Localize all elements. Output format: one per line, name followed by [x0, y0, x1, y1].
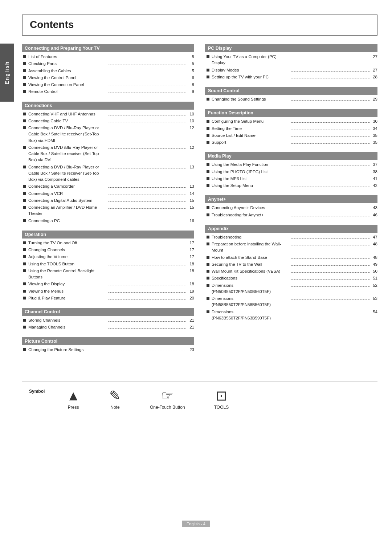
toc-dots: [291, 58, 370, 58]
toc-page-number: 52: [371, 282, 377, 289]
toc-item: Viewing the Control Panel6: [23, 75, 194, 81]
toc-item-text: Storing Channels: [28, 317, 107, 323]
toc-item: Checking Parts5: [23, 61, 194, 67]
toc-bullet-icon: [207, 256, 209, 259]
toc-item: Changing Channels17: [23, 247, 194, 253]
toc-item: Viewing the Menus19: [23, 288, 194, 294]
toc-page-number: 21: [188, 324, 194, 330]
section-items-function-description: Configuring the Setup Menu30Setting the …: [205, 118, 377, 146]
toc-item-text: Viewing the Menus: [28, 288, 107, 294]
section-header-picture-control: Picture Control: [22, 337, 194, 345]
toc-item-text: Connecting a VCR: [28, 191, 107, 197]
section-header-operation: Operation: [22, 231, 194, 239]
toc-item: Connecting Cable TV10: [23, 118, 194, 124]
toc-item: Connecting VHF and UHF Antennas10: [23, 111, 194, 117]
toc-dots: [108, 328, 187, 329]
toc-page-number: 46: [371, 212, 377, 218]
toc-item-text: Viewing the Connection Panel: [28, 82, 107, 88]
toc-page-number: 17: [188, 254, 194, 260]
toc-bullet-icon: [23, 83, 26, 86]
toc-item-text: Using the Media Play Function: [212, 162, 290, 168]
toc-page-number: 51: [371, 275, 377, 281]
toc-item-text: Setting up the TV with your PC: [212, 74, 290, 80]
toc-item: Viewing the Connection Panel8: [23, 82, 194, 88]
toc-bullet-icon: [23, 290, 26, 293]
toc-bullet-icon: [23, 119, 26, 122]
toc-dots: [291, 130, 370, 130]
toc-item: Assembling the Cables5: [23, 68, 194, 74]
toc-item-text: Troubleshooting: [212, 234, 290, 240]
toc-page-number: 8: [188, 82, 194, 88]
toc-item-text: Assembling the Cables: [28, 68, 107, 74]
toc-dots: [108, 115, 187, 115]
toc-item: Storing Channels21: [23, 317, 194, 323]
press-icon: ▲: [66, 389, 80, 403]
symbol-item-tools: ⊡TOOLS: [214, 389, 229, 410]
toc-item: Connecting an Amplifier / DVD Home Theat…: [23, 204, 194, 217]
toc-item: Troubleshooting for Anynet+46: [207, 212, 377, 218]
toc-item: Using Your TV as a Computer (PC) Display…: [207, 54, 377, 66]
toc-item-text: Connecting a DVD / Blu-Ray Player or Cab…: [28, 125, 107, 144]
toc-page-number: 13: [188, 183, 194, 189]
toc-item: List of Features5: [23, 54, 194, 60]
toc-item-text: Wall Mount Kit Specifications (VESA): [212, 268, 290, 274]
toc-dots: [291, 216, 370, 216]
toc-item-text: Connecting VHF and UHF Antennas: [28, 111, 107, 117]
toc-item-text: Connecting a DVD /Blu-Ray Player or Cabl…: [28, 144, 107, 163]
toc-section-operation: OperationTurning the TV On and Off17Chan…: [22, 231, 194, 301]
toc-dots: [108, 65, 187, 65]
toc-page-number: 29: [371, 96, 377, 102]
toc-bullet-icon: [207, 206, 209, 209]
toc-page-number: 10: [188, 111, 194, 117]
toc-item-text: How to attach the Stand-Base: [212, 254, 290, 261]
toc-page-number: 18: [188, 281, 194, 287]
toc-section-media-play: Media PlayUsing the Media Play Function3…: [205, 152, 377, 189]
section-items-anynet: Connecting Anynet+ Devices43Troubleshoot…: [205, 205, 377, 218]
toc-page-number: 17: [188, 240, 194, 246]
side-tab-label: English: [4, 61, 10, 85]
footer: English - 4: [0, 521, 392, 527]
toc-item-text: Using the Remote Control Backlight Butto…: [28, 268, 107, 281]
toc-item-text: Dimensions (PN58B550T2F/PN58B560T5F): [212, 296, 290, 308]
toc-bullet-icon: [23, 146, 26, 149]
toc-bullet-icon: [23, 219, 26, 222]
toc-dots: [108, 201, 187, 202]
toc-page-number: 48: [371, 241, 377, 247]
toc-dots: [291, 209, 370, 209]
toc-item: Changing the Picture Settings23: [23, 347, 194, 353]
toc-item: Troubleshooting47: [207, 234, 377, 240]
toc-page-number: 54: [371, 309, 377, 315]
toc-bullet-icon: [23, 241, 26, 244]
toc-item-text: Using the PHOTO (JPEG) List: [212, 169, 290, 175]
toc-item-text: Setting the Time: [212, 126, 290, 132]
section-items-channel-control: Storing Channels21Managing Channels21: [22, 317, 194, 331]
toc-bullet-icon: [207, 134, 209, 137]
toc-item-text: List of Features: [28, 54, 107, 60]
symbol-item-one-touch: ☞One-Touch Button: [150, 389, 185, 410]
toc-item: Using the Setup Menu42: [207, 183, 377, 189]
toc-dots: [108, 292, 187, 293]
toc-item: Source List / Edit Name35: [207, 133, 377, 139]
toc-two-col: Connecting and Preparing Your TVList of …: [22, 44, 377, 359]
toc-page-number: 23: [188, 347, 194, 353]
toc-dots: [108, 351, 187, 351]
toc-item: Turning the TV On and Off17: [23, 240, 194, 246]
toc-item: Using the TOOLS Button18: [23, 261, 194, 267]
side-tab: English: [0, 44, 14, 102]
page-wrapper: English Contents Connecting and Preparin…: [0, 0, 392, 538]
toc-item-text: Managing Channels: [28, 324, 107, 330]
toc-page-number: 41: [371, 176, 377, 182]
toc-page-number: 30: [371, 118, 377, 125]
toc-page-number: 48: [371, 254, 377, 261]
toc-item-text: Adjusting the Volume: [28, 254, 107, 260]
toc-item-text: Plug & Play Feature: [28, 295, 107, 301]
toc-dots: [291, 299, 370, 300]
toc-dots: [291, 166, 370, 166]
toc-item: Connecting a PC16: [23, 218, 194, 224]
toc-item-text: Connecting a Digital Audio System: [28, 197, 107, 204]
toc-dots: [108, 195, 187, 195]
toc-dots: [291, 122, 370, 123]
toc-bullet-icon: [207, 120, 209, 123]
toc-item: Remote Control9: [23, 89, 194, 95]
toc-item-text: Specifications: [212, 275, 290, 281]
